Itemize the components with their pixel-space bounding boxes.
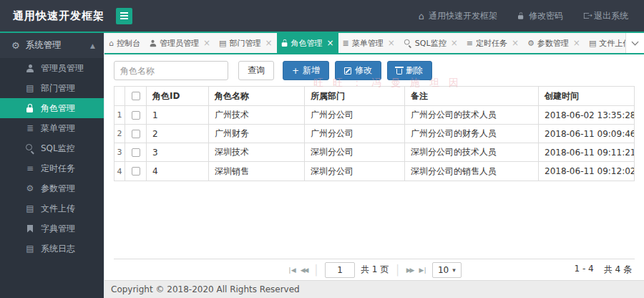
sidebar-item-scheduled-tasks[interactable]: ≡ 定时任务 <box>0 158 104 178</box>
file-icon: ▤ <box>24 203 36 213</box>
roles-table: 角色ID 角色名称 所属部门 备注 创建时间 1 1 广州技术 广州分公司 广州… <box>114 86 635 181</box>
main-area: ⌂ 控制台 管理员管理 × ▤ 部门管理 × 角色管理 × ≣ 菜单管理 × S… <box>104 33 644 298</box>
pagination-bar: ❘◀ ◀◀ │ 共 1 页 │ ▶▶ ▶❘ 10 ▾ 1 - 4 共 4 条 <box>114 259 635 280</box>
sidebar-item-file-upload[interactable]: ▤ 文件上传 <box>0 198 104 218</box>
tab-scheduled-tasks[interactable]: ≡ 定时任务 × <box>462 33 523 53</box>
gear-icon: ⚙ <box>11 40 20 51</box>
file-icon: ▤ <box>589 39 596 48</box>
column-header-created: 创建时间 <box>539 87 634 106</box>
first-page-button[interactable]: ❘◀ <box>287 266 294 274</box>
header-home-link[interactable]: ⌂ 通用快速开发框架 <box>419 10 497 22</box>
role-remark: 深圳分公司的技术人员 <box>405 143 539 162</box>
tab-menu-management[interactable]: ≣ 菜单管理 × <box>338 33 399 53</box>
close-icon[interactable]: × <box>512 38 519 48</box>
prev-page-button[interactable]: ◀◀ <box>301 266 308 274</box>
sidebar: ⚙ 系统管理 ▲ 管理员管理 ▤ 部门管理 角色管理 ≣ 菜单管理 SQL监控 … <box>0 33 104 298</box>
edit-button[interactable]: 修改 <box>335 61 381 80</box>
close-icon[interactable]: × <box>265 38 272 48</box>
sidebar-item-admin-management[interactable]: 管理员管理 <box>0 58 104 78</box>
trash-icon <box>396 67 402 74</box>
sidebar-item-system-log[interactable]: ▤ 系统日志 <box>0 239 104 259</box>
sidebar-toggle-button[interactable] <box>116 8 132 24</box>
table-row[interactable]: 1 1 广州技术 广州分公司 广州分公司的技术人员 2018-06-02 13:… <box>114 106 634 125</box>
close-icon[interactable]: × <box>327 38 334 48</box>
tab-admin-management[interactable]: 管理员管理 × <box>145 33 215 53</box>
table-row[interactable]: 2 2 广州财务 广州分公司 广州分公司的财务人员 2018-06-11 09:… <box>114 125 634 143</box>
home-icon: ⌂ <box>419 11 424 21</box>
role-name-search-input[interactable] <box>114 61 228 80</box>
close-icon[interactable]: × <box>388 38 395 48</box>
select-all-checkbox[interactable] <box>132 92 140 100</box>
row-checkbox[interactable] <box>132 148 140 157</box>
search-icon <box>404 39 412 47</box>
tab-sql-monitor[interactable]: SQL监控 × <box>399 33 462 53</box>
last-page-button[interactable]: ▶❘ <box>419 266 426 274</box>
logout-link[interactable]: 退出系统 <box>583 10 628 22</box>
column-header-department: 所属部门 <box>305 87 405 106</box>
lock-icon <box>281 39 288 47</box>
caret-down-icon: ▾ <box>452 266 456 274</box>
gear-outline-icon: ⚙ <box>24 183 36 193</box>
role-dept: 深圳分公司 <box>305 162 405 181</box>
log-file-icon: ▤ <box>24 244 36 254</box>
row-checkbox[interactable] <box>132 130 140 138</box>
tasks-icon: ≡ <box>24 163 36 173</box>
sidebar-item-sql-monitor[interactable]: SQL监控 <box>0 138 104 158</box>
role-remark: 深圳分公司的销售人员 <box>405 162 539 181</box>
search-icon <box>24 144 36 153</box>
sidebar-item-department-management[interactable]: ▤ 部门管理 <box>0 78 104 98</box>
role-dept: 深圳分公司 <box>305 143 405 162</box>
tab-list-dropdown-button[interactable] <box>625 33 644 53</box>
list-icon: ≣ <box>343 39 349 48</box>
role-created: 2018-06-11 09:11:21 <box>539 143 634 162</box>
query-button[interactable]: 查询 <box>238 61 274 80</box>
role-name: 深圳技术 <box>209 143 305 162</box>
app-title: 通用快速开发框架 <box>13 9 104 23</box>
table-row[interactable]: 4 4 深圳销售 深圳分公司 深圳分公司的销售人员 2018-06-11 09:… <box>114 162 634 181</box>
role-created: 2018-06-11 09:12:02 <box>539 162 634 181</box>
row-checkbox[interactable] <box>132 111 140 120</box>
lock-icon <box>517 11 525 20</box>
role-id: 1 <box>147 106 209 125</box>
header-nav: ⌂ 通用快速开发框架 修改密码 退出系统 <box>419 10 628 22</box>
table-row[interactable]: 3 3 深圳技术 深圳分公司 深圳分公司的技术人员 2018-06-11 09:… <box>114 143 634 162</box>
app-header: 通用快速开发框架 ⌂ 通用快速开发框架 修改密码 退出系统 <box>0 0 644 33</box>
tasks-icon: ≡ <box>467 39 473 48</box>
person-icon <box>149 39 157 47</box>
tab-parameter-management[interactable]: ⚙ 参数管理 × <box>523 33 585 53</box>
role-created: 2018-06-11 09:09:46 <box>539 125 634 143</box>
chevron-down-icon <box>632 39 639 46</box>
tab-role-management[interactable]: 角色管理 × <box>277 33 338 53</box>
role-id: 4 <box>147 162 209 181</box>
tab-department-management[interactable]: ▤ 部门管理 × <box>215 33 276 53</box>
add-button[interactable]: + 新增 <box>283 61 329 80</box>
sidebar-item-dictionary-management[interactable]: 字典管理 <box>0 218 104 239</box>
total-label: 共 4 条 <box>604 264 632 276</box>
close-icon[interactable]: × <box>451 38 458 48</box>
sidebar-item-menu-management[interactable]: ≣ 菜单管理 <box>0 118 104 138</box>
change-password-link[interactable]: 修改密码 <box>517 10 563 22</box>
sidebar-item-role-management[interactable]: 角色管理 <box>0 98 104 118</box>
pager-controls: ❘◀ ◀◀ │ 共 1 页 │ ▶▶ ▶❘ 10 ▾ <box>114 262 635 278</box>
column-header-role-id: 角色ID <box>147 87 209 106</box>
sidebar-group-system[interactable]: ⚙ 系统管理 ▲ <box>0 33 104 58</box>
caret-up-icon: ▲ <box>90 42 95 49</box>
bookmark-icon <box>24 225 36 233</box>
close-icon[interactable]: × <box>573 38 580 48</box>
total-pages-label: 共 1 页 <box>361 264 389 276</box>
toolbar: 查询 + 新增 修改 删除 <box>114 61 635 80</box>
hamburger-icon <box>120 12 128 14</box>
tab-console[interactable]: ⌂ 控制台 <box>104 33 145 53</box>
sidebar-item-parameter-management[interactable]: ⚙ 参数管理 <box>0 178 104 198</box>
table-header-row: 角色ID 角色名称 所属部门 备注 创建时间 <box>114 87 634 106</box>
page-size-select[interactable]: 10 ▾ <box>432 262 462 278</box>
logout-icon <box>583 12 590 19</box>
next-page-button[interactable]: ▶▶ <box>406 266 414 274</box>
delete-button[interactable]: 删除 <box>387 61 432 80</box>
gear-icon: ⚙ <box>527 39 535 48</box>
close-icon[interactable]: × <box>203 38 210 48</box>
role-created: 2018-06-02 13:35:28 <box>539 106 634 125</box>
page-number-input[interactable] <box>325 262 355 278</box>
plus-icon: + <box>292 66 299 76</box>
row-checkbox[interactable] <box>132 167 140 176</box>
